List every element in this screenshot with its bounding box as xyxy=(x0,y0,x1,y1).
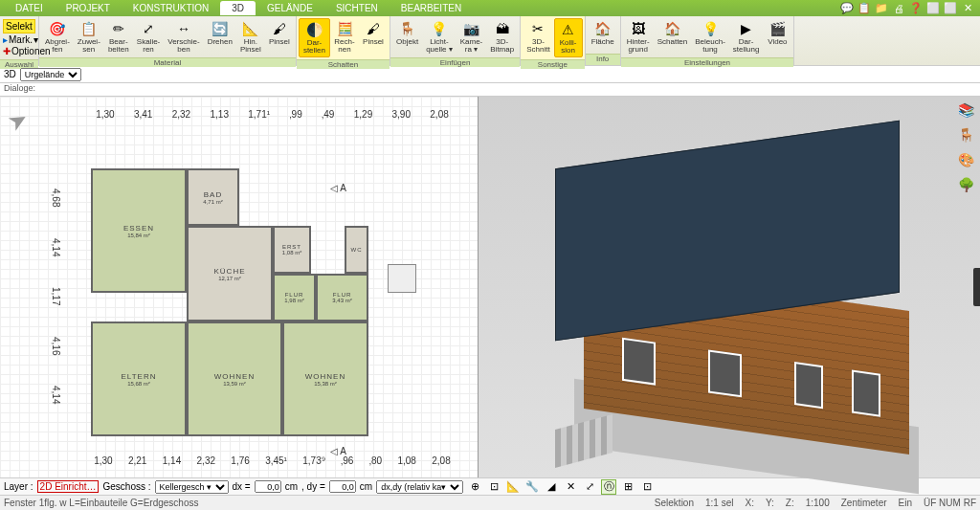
dy-input[interactable] xyxy=(329,480,356,493)
room-name: ESSEN xyxy=(123,224,154,233)
room-wc[interactable]: WC xyxy=(345,226,368,274)
ribbon-button[interactable]: 🎯Abgrei-fen xyxy=(41,18,74,55)
room-area: 15,38 m² xyxy=(314,381,337,387)
ribbon-button[interactable]: ⚠Kolli-sion xyxy=(554,18,583,57)
tab-datei[interactable]: DATEI xyxy=(4,1,55,15)
roof xyxy=(536,125,919,325)
dimension-value: 1,73⁹ xyxy=(302,455,324,466)
help-icon[interactable]: ❓ xyxy=(909,2,923,15)
ribbon-button[interactable]: ↔Verschie-ben xyxy=(164,18,203,55)
layer-select[interactable]: Urgelände xyxy=(20,68,81,81)
exterior-element xyxy=(388,264,416,293)
ribbon-button[interactable]: ⤢Skalie-ren xyxy=(133,18,164,55)
button-icon: 🖌 xyxy=(270,20,289,37)
window xyxy=(622,338,656,386)
button-label: Abgrei-fen xyxy=(45,38,70,54)
button-icon: ▶ xyxy=(737,20,756,37)
room-wohnen1[interactable]: WOHNEN 13,59 m² xyxy=(187,322,282,436)
select-tool[interactable]: Selekt ▸Mark.▾ ✚Optionen xyxy=(2,18,36,57)
room-wohnen2[interactable]: WOHNEN 15,38 m² xyxy=(282,322,368,436)
minimize-icon[interactable]: ⬜ xyxy=(926,2,940,15)
tab-sichten[interactable]: SICHTEN xyxy=(324,1,390,15)
coord-mode-select[interactable]: dx,dy (relativ ka▾ xyxy=(376,480,463,494)
layer-value[interactable]: 2D Einricht… xyxy=(37,480,100,493)
ribbon-button[interactable]: 🪑Objekt xyxy=(392,18,422,55)
ribbon-group-material: 🎯Abgrei-fen📋Zuwei-sen✏Bear-beiten⤢Skalie… xyxy=(39,16,297,65)
dimension-value: 2,32 xyxy=(172,109,190,120)
tool-icon[interactable]: ⊡ xyxy=(486,479,501,495)
panel-handle[interactable] xyxy=(973,268,980,306)
room-name: WC xyxy=(351,247,363,253)
ribbon-button[interactable]: 💡Beleuch-tung xyxy=(691,18,729,55)
button-label: Rech-nen xyxy=(334,38,354,54)
ribbon-button[interactable]: ✂3D-Schnitt xyxy=(523,18,553,57)
room-kueche[interactable]: KÜCHE 12,17 m² xyxy=(187,226,273,322)
ribbon-button[interactable]: 🌓Dar-stellen xyxy=(299,18,330,57)
dimension-value: 4,68 xyxy=(51,188,61,207)
room-name: WOHNEN xyxy=(214,372,255,381)
print-icon[interactable]: 🖨 xyxy=(892,2,905,15)
ribbon-button[interactable]: 🏠Fläche xyxy=(588,18,618,52)
chat-icon[interactable]: 💬 xyxy=(840,2,854,15)
close-icon[interactable]: ✕ xyxy=(961,2,974,15)
room-flur2[interactable]: FLUR 3,43 m² xyxy=(316,274,368,322)
tool-icon[interactable]: ⊕ xyxy=(467,479,482,495)
button-icon: 🖼 xyxy=(629,20,648,37)
room-area: 1,98 m² xyxy=(284,298,303,303)
titlebar-right: 💬 📋 📁 🖨 ❓ ⬜ ⬜ ✕ xyxy=(840,2,980,15)
status-ein: Ein xyxy=(899,498,912,508)
dx-input[interactable] xyxy=(255,480,281,493)
tree-icon[interactable]: 🌳 xyxy=(956,175,975,194)
ribbon-button[interactable]: ✏Bear-beiten xyxy=(104,18,133,55)
dimensions-left: 4,684,141,174,164,14 xyxy=(46,173,65,420)
palette-icon[interactable]: 🎨 xyxy=(956,150,975,169)
ribbon-button[interactable]: 🧮Rech-nen xyxy=(330,18,359,57)
ribbon-button[interactable]: 🖌Pinsel xyxy=(359,18,388,57)
ribbon-button[interactable]: 📷Kame-ra ▾ xyxy=(457,18,487,55)
ribbon-button[interactable]: 🏠Schatten xyxy=(654,18,692,55)
maximize-icon[interactable]: ⬜ xyxy=(944,2,957,15)
ribbon-button[interactable]: 🔄Drehen xyxy=(204,18,236,55)
dy-label: , dy = xyxy=(301,481,325,492)
ribbon-button[interactable]: 💡Licht-quelle ▾ xyxy=(422,18,457,55)
cm-label: cm xyxy=(360,481,372,492)
tab-konstruktion[interactable]: KONSTRUKTION xyxy=(122,1,220,15)
tool-icon[interactable]: 📐 xyxy=(505,479,521,495)
room-essen[interactable]: ESSEN 15,84 m² xyxy=(91,168,187,293)
tab-bearbeiten[interactable]: BEARBEITEN xyxy=(390,1,473,15)
button-icon: 🏔 xyxy=(493,20,512,37)
room-flur1[interactable]: FLUR 1,98 m² xyxy=(273,274,316,322)
geschoss-select[interactable]: Kellergesch ▾ xyxy=(155,480,229,494)
room-area: 15,68 m² xyxy=(127,381,150,387)
ribbon-group-auswahl: Selekt ▸Mark.▾ ✚Optionen Auswahl xyxy=(0,16,39,65)
view-3d[interactable]: 📚 🪑 🎨 🌳 xyxy=(479,97,980,477)
window xyxy=(708,349,742,397)
ribbon-button[interactable]: 🎬Video xyxy=(763,18,791,55)
room-erst[interactable]: ERST 1,08 m² xyxy=(273,226,311,274)
tab-gelaende[interactable]: GELÄNDE xyxy=(256,1,324,15)
button-icon: 🎬 xyxy=(768,20,787,37)
furniture-icon[interactable]: 🪑 xyxy=(956,125,975,144)
tab-3d[interactable]: 3D xyxy=(220,1,256,15)
button-label: Dar-stellung xyxy=(733,38,760,54)
mark-label: Mark. xyxy=(9,34,33,45)
layers-icon[interactable]: 📚 xyxy=(956,100,975,120)
ribbon-button[interactable]: 🖼Hinter-grund xyxy=(623,18,654,55)
clipboard-icon[interactable]: 📋 xyxy=(858,2,871,15)
room-eltern[interactable]: ELTERN 15,68 m² xyxy=(91,322,187,436)
view-2d[interactable]: ➤ 1,303,412,321,131,71¹‚99‚491,293,902,0… xyxy=(0,97,479,477)
room-bad[interactable]: BAD 4,71 m² xyxy=(187,168,239,226)
ribbon-button[interactable]: ▶Dar-stellung xyxy=(729,18,764,55)
dimension-value: 1,71¹ xyxy=(248,109,270,120)
tab-projekt[interactable]: PROJEKT xyxy=(55,1,122,15)
button-icon: ↔ xyxy=(174,20,193,37)
dimension-value: 2,08 xyxy=(430,109,448,120)
ribbon-button[interactable]: 🖌Pinsel xyxy=(265,18,294,55)
window xyxy=(794,362,823,409)
ribbon-button[interactable]: 📋Zuwei-sen xyxy=(74,18,104,55)
folder-icon[interactable]: 📁 xyxy=(875,2,888,15)
ribbon-button[interactable]: 📐Hin.Pinsel xyxy=(236,18,265,55)
status-num: ÜF NUM RF xyxy=(924,498,976,508)
ribbon-button[interactable]: 🏔3D-Bitmap xyxy=(486,18,518,55)
ribbon-group-einfuegen: 🪑Objekt💡Licht-quelle ▾📷Kame-ra ▾🏔3D-Bitm… xyxy=(390,16,521,65)
